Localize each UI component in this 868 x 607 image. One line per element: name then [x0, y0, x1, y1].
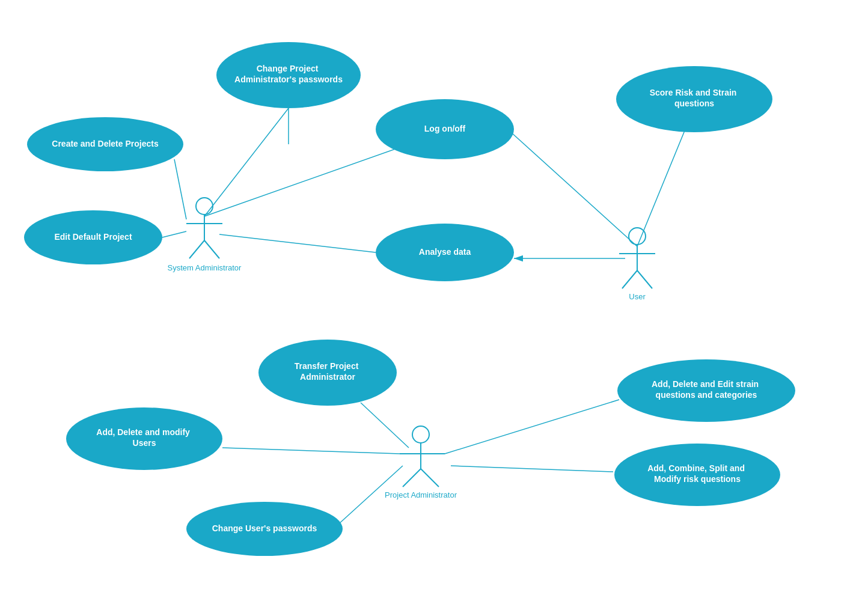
line-sysadmin-editdefault — [162, 231, 186, 237]
uc-create-delete-label: Create and Delete Projects — [52, 139, 159, 148]
user-head — [629, 228, 646, 245]
uc-edit-default-label: Edit Default Project — [54, 232, 132, 242]
project-admin-head — [412, 426, 429, 443]
line-projadmin-addcombinesplit — [451, 466, 613, 472]
line-sysadmin-createdelete — [174, 159, 186, 219]
system-admin-right-leg — [204, 240, 219, 258]
system-admin-left-leg — [189, 240, 204, 258]
project-admin-label: Project Administrator — [385, 490, 457, 499]
system-admin-label: System Administrator — [168, 263, 242, 272]
use-case-diagram: Change Project Administrator's passwords… — [0, 0, 868, 607]
line-projadmin-transfer — [361, 403, 409, 448]
user-right-leg — [637, 270, 652, 288]
project-admin-right-leg — [421, 469, 439, 487]
line-projadmin-adddeleteuserss — [222, 448, 400, 454]
line-projadmin-adddeleteedit — [445, 400, 619, 454]
line-user-logonoff — [511, 132, 637, 246]
uc-log-on-off-label: Log on/off — [424, 124, 466, 133]
uc-analyse-data-label: Analyse data — [419, 247, 471, 257]
user-left-leg — [622, 270, 637, 288]
line-sysadmin-changepasswords — [204, 108, 289, 216]
line-sysadmin-analysedata — [219, 234, 376, 252]
user-label: User — [629, 292, 646, 301]
line-user-scorerisk — [637, 129, 685, 246]
project-admin-left-leg — [403, 469, 421, 487]
system-admin-head — [196, 198, 213, 215]
uc-change-user-passwords-label: Change User's passwords — [212, 523, 317, 533]
line-sysadmin-logonoff — [204, 144, 409, 216]
